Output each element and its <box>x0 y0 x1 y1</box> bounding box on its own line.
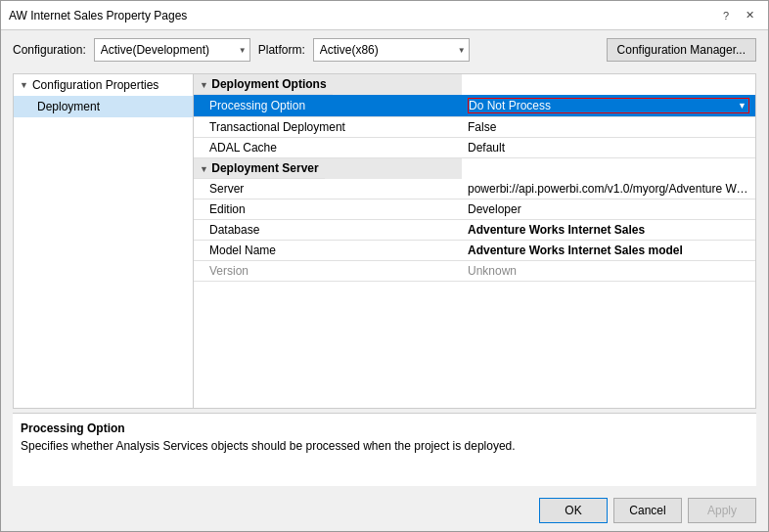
prop-name-server: Server <box>194 179 462 200</box>
tree-root-label: Configuration Properties <box>32 78 158 92</box>
window-title: AW Internet Sales Property Pages <box>9 9 187 22</box>
main-content: ▼ Configuration Properties Deployment ▼ … <box>1 69 768 413</box>
prop-value-version: Unknown <box>462 261 755 282</box>
ok-button[interactable]: OK <box>539 498 608 523</box>
config-manager-button[interactable]: Configuration Manager... <box>607 38 756 62</box>
processing-dropdown-arrow[interactable]: ▼ <box>736 101 748 111</box>
platform-select[interactable]: Active(x86) <box>313 38 470 62</box>
config-label: Configuration: <box>13 43 86 57</box>
prop-value-edition: Developer <box>462 200 755 220</box>
title-bar-controls: ? ✕ <box>715 5 760 26</box>
platform-label: Platform: <box>258 43 305 57</box>
help-button[interactable]: ? <box>715 5 737 26</box>
section-deployment-server-label: Deployment Server <box>211 161 318 175</box>
section-deployment-options-label: Deployment Options <box>211 77 326 91</box>
section-server-collapse-icon: ▼ <box>200 164 208 174</box>
tree-child-label: Deployment <box>37 100 100 113</box>
table-row-edition[interactable]: Edition Developer <box>194 200 755 220</box>
prop-value-transactional: False <box>462 117 755 138</box>
properties-table: ▼ Deployment Options Processing Option D… <box>194 74 755 282</box>
table-row-database[interactable]: Database Adventure Works Internet Sales <box>194 220 755 241</box>
prop-name-version: Version <box>194 261 462 282</box>
table-row-server[interactable]: Server powerbi://api.powerbi.com/v1.0/my… <box>194 179 755 200</box>
prop-name-adal: ADAL Cache <box>194 138 462 158</box>
apply-button[interactable]: Apply <box>688 498 756 523</box>
tree-panel: ▼ Configuration Properties Deployment <box>13 73 194 409</box>
tree-child-deployment[interactable]: Deployment <box>14 96 193 117</box>
prop-name-database: Database <box>194 220 462 241</box>
prop-name-model: Model Name <box>194 241 462 261</box>
properties-panel: ▼ Deployment Options Processing Option D… <box>194 73 756 409</box>
config-row: Configuration: Active(Development) Platf… <box>1 30 768 69</box>
desc-panel: Processing Option Specifies whether Anal… <box>13 413 756 486</box>
dialog-window: AW Internet Sales Property Pages ? ✕ Con… <box>0 0 769 532</box>
prop-value-database: Adventure Works Internet Sales <box>462 220 755 241</box>
tree-root-item[interactable]: ▼ Configuration Properties <box>14 74 193 96</box>
desc-text: Specifies whether Analysis Services obje… <box>21 439 748 453</box>
table-row-processing-option[interactable]: Processing Option Do Not Process ▼ <box>194 95 755 117</box>
prop-value-server: powerbi://api.powerbi.com/v1.0/myorg/Adv… <box>462 179 755 200</box>
config-select[interactable]: Active(Development) <box>94 38 250 62</box>
title-bar-left: AW Internet Sales Property Pages <box>9 9 187 22</box>
title-bar: AW Internet Sales Property Pages ? ✕ <box>1 1 768 30</box>
desc-title: Processing Option <box>21 421 748 435</box>
desc-container: Processing Option Specifies whether Anal… <box>1 413 768 490</box>
prop-value-adal: Default <box>462 138 755 158</box>
config-select-wrapper: Active(Development) <box>94 38 250 62</box>
platform-select-wrapper: Active(x86) <box>313 38 470 62</box>
processing-option-value: Do Not Process <box>469 99 551 112</box>
table-row-model-name[interactable]: Model Name Adventure Works Internet Sale… <box>194 241 755 261</box>
prop-name-processing: Processing Option <box>194 95 462 117</box>
section-deployment-server: ▼ Deployment Server <box>194 158 462 179</box>
prop-value-model: Adventure Works Internet Sales model <box>462 241 755 261</box>
table-row-transactional[interactable]: Transactional Deployment False <box>194 117 755 138</box>
prop-name-edition: Edition <box>194 200 462 220</box>
section-deployment-options: ▼ Deployment Options <box>194 74 462 95</box>
table-row-adal[interactable]: ADAL Cache Default <box>194 138 755 158</box>
prop-name-transactional: Transactional Deployment <box>194 117 462 138</box>
prop-value-processing: Do Not Process ▼ <box>462 95 755 117</box>
section-collapse-icon: ▼ <box>200 80 208 90</box>
close-button[interactable]: ✕ <box>739 5 760 26</box>
dropdown-cell: Do Not Process ▼ <box>468 98 749 113</box>
button-bar: OK Cancel Apply <box>1 490 768 531</box>
cancel-button[interactable]: Cancel <box>613 498 682 523</box>
table-row-version[interactable]: Version Unknown <box>194 261 755 282</box>
tree-expand-icon: ▼ <box>20 80 28 90</box>
